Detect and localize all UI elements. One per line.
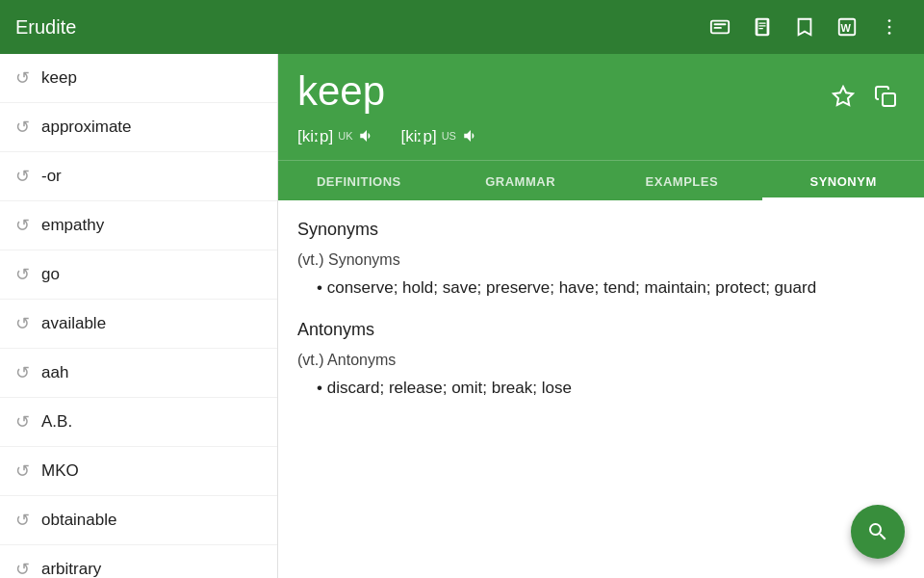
svg-text:W: W <box>841 22 852 34</box>
sidebar-item-obtainable[interactable]: ↺ obtainable <box>0 496 277 545</box>
pronunciation-uk: [kiːp] UK <box>297 125 377 146</box>
pronunciation-row: [kiːp] UK [kiːp] US <box>297 116 905 160</box>
sidebar-item-keep[interactable]: ↺ keep <box>0 54 277 103</box>
word-header-actions <box>824 69 905 116</box>
history-icon: ↺ <box>15 67 30 89</box>
antonyms-list: discard; release; omit; break; lose <box>309 375 905 401</box>
pron-us-locale: US <box>442 130 456 142</box>
history-icon: ↺ <box>15 460 30 482</box>
history-icon: ↺ <box>15 559 30 578</box>
svg-point-10 <box>888 32 891 35</box>
topbar-icons: W <box>701 8 909 46</box>
svg-point-9 <box>888 26 891 29</box>
sidebar: ↺ keep ↺ approximate ↺ -or ↺ empathy ↺ g… <box>0 54 278 578</box>
history-icon: ↺ <box>15 264 30 285</box>
synonym-content: Synonyms (vt.) Synonyms conserve; hold; … <box>278 200 924 578</box>
copy-icon[interactable] <box>866 77 905 116</box>
svg-rect-1 <box>714 23 727 25</box>
word-title: keep <box>297 69 385 114</box>
sidebar-item-label: arbitrary <box>41 560 101 578</box>
sidebar-item-available[interactable]: ↺ available <box>0 300 277 349</box>
sidebar-item-or[interactable]: ↺ -or <box>0 152 277 201</box>
svg-rect-2 <box>714 27 722 29</box>
history-icon: ↺ <box>15 362 30 383</box>
pron-uk-locale: UK <box>338 130 352 142</box>
sidebar-item-mko[interactable]: ↺ MKO <box>0 447 277 496</box>
speaker-uk-icon[interactable] <box>356 125 377 146</box>
sidebar-item-ab[interactable]: ↺ A.B. <box>0 398 277 447</box>
sidebar-item-arbitrary[interactable]: ↺ arbitrary <box>0 545 277 578</box>
history-icon: ↺ <box>15 117 30 138</box>
sidebar-item-label: empathy <box>41 216 104 235</box>
sidebar-item-label: keep <box>41 68 77 88</box>
sidebar-item-empathy[interactable]: ↺ empathy <box>0 201 277 250</box>
sidebar-item-label: -or <box>41 167 62 186</box>
antonyms-section: Antonyms (vt.) Antonyms discard; release… <box>297 320 905 401</box>
more-icon[interactable] <box>870 8 909 46</box>
book-icon[interactable] <box>743 8 782 46</box>
sidebar-item-label: approximate <box>41 118 132 137</box>
svg-marker-11 <box>834 87 853 105</box>
tab-synonym[interactable]: SYNONYM <box>762 161 924 200</box>
app-title: Erudite <box>15 16 701 39</box>
star-icon[interactable] <box>824 77 862 116</box>
content: keep [kiːp] UK <box>278 54 924 578</box>
history-icon: ↺ <box>15 313 30 334</box>
synonyms-list: conserve; hold; save; preserve; have; te… <box>309 275 905 301</box>
sidebar-item-label: aah <box>41 363 68 382</box>
tab-grammar[interactable]: GRAMMAR <box>440 161 602 200</box>
word-header: keep [kiːp] UK <box>278 54 924 160</box>
pron-uk-text: [kiːp] <box>297 126 333 146</box>
pronunciation-us: [kiːp] US <box>400 125 480 146</box>
svg-rect-4 <box>758 25 765 26</box>
antonyms-section-title: Antonyms <box>297 320 905 340</box>
svg-point-8 <box>888 19 891 22</box>
topbar: Erudite W <box>0 0 924 54</box>
bookmark-icon[interactable] <box>785 8 824 46</box>
sidebar-item-go[interactable]: ↺ go <box>0 250 277 300</box>
svg-rect-3 <box>758 22 765 23</box>
word-header-top: keep <box>297 69 905 116</box>
history-icon: ↺ <box>15 215 30 236</box>
antonyms-label: (vt.) Antonyms <box>297 352 905 369</box>
word-icon[interactable]: W <box>828 8 866 46</box>
svg-rect-5 <box>758 28 763 29</box>
sidebar-item-label: obtainable <box>41 511 116 530</box>
sidebar-item-label: A.B. <box>41 412 72 432</box>
sidebar-item-label: available <box>41 314 106 333</box>
main-layout: ↺ keep ↺ approximate ↺ -or ↺ empathy ↺ g… <box>0 54 924 578</box>
sidebar-item-aah[interactable]: ↺ aah <box>0 349 277 398</box>
sidebar-item-label: MKO <box>41 461 79 481</box>
history-icon: ↺ <box>15 510 30 531</box>
sidebar-item-approximate[interactable]: ↺ approximate <box>0 103 277 152</box>
flashcard-icon[interactable] <box>701 8 739 46</box>
search-fab[interactable] <box>851 505 905 559</box>
tab-examples[interactable]: EXAMPLES <box>602 161 763 200</box>
tab-definitions[interactable]: DEFINITIONS <box>278 161 440 200</box>
history-icon: ↺ <box>15 166 30 187</box>
pron-us-text: [kiːp] <box>400 126 436 146</box>
synonyms-label: (vt.) Synonyms <box>297 251 905 269</box>
synonyms-section-title: Synonyms <box>297 220 905 240</box>
sidebar-item-label: go <box>41 265 60 284</box>
speaker-us-icon[interactable] <box>460 125 481 146</box>
history-icon: ↺ <box>15 411 30 433</box>
tabs: DEFINITIONS GRAMMAR EXAMPLES SYNONYM <box>278 160 924 200</box>
svg-rect-12 <box>883 93 895 106</box>
